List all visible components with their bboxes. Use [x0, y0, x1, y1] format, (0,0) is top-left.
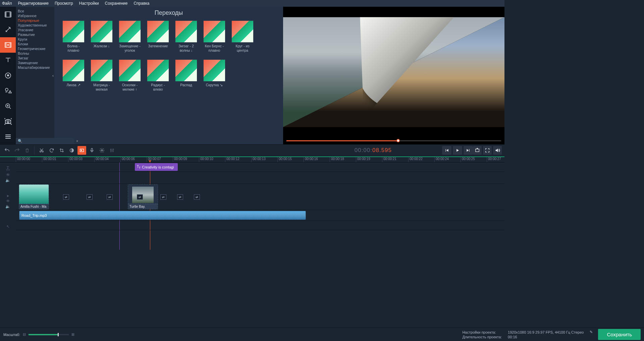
menu-settings[interactable]: Настройки — [79, 1, 99, 6]
category-item[interactable]: Избранное — [16, 13, 54, 18]
preview-panel — [283, 7, 504, 144]
category-item[interactable]: Все — [16, 9, 54, 13]
video-track[interactable]: ▸ 👁 🔈 Amilla Fushi - MaTurtle Bay.⇄⇄⇄⇄⇄⇄… — [16, 184, 504, 210]
menu-save[interactable]: Сохранение — [105, 1, 128, 6]
transitions-tool[interactable] — [0, 37, 16, 53]
thumb-image — [203, 59, 225, 82]
video-visibility-icon[interactable]: 👁 — [6, 199, 10, 203]
category-item[interactable]: Масштабирование — [16, 65, 54, 70]
search-input[interactable] — [24, 138, 74, 144]
ruler-tick: 00:00:04 — [94, 157, 120, 162]
time-ruler[interactable]: 00:00:0000:00:0100:00:0300:00:0400:00:06… — [0, 157, 504, 162]
spare-track[interactable]: ↖ — [16, 221, 504, 230]
category-item[interactable]: Художественные — [16, 23, 54, 28]
color-button[interactable] — [67, 146, 76, 155]
menu-help[interactable]: Справка — [133, 1, 149, 6]
transition-marker[interactable]: ⇄ — [63, 194, 69, 200]
transition-thumb[interactable]: Волна - плавно — [62, 20, 85, 53]
transition-thumb[interactable]: Зигзаг - 2 волны ↓ — [175, 20, 197, 53]
svg-point-5 — [7, 121, 9, 123]
overlay-visibility-icon[interactable]: 👁 — [6, 173, 10, 177]
preview-scrubber[interactable] — [286, 139, 501, 142]
category-item[interactable]: Угасание — [16, 28, 54, 32]
thumb-label: Волна - плавно — [62, 44, 85, 53]
category-item[interactable]: Зигзаг — [16, 56, 54, 60]
transition-wizard-button[interactable] — [77, 146, 86, 155]
category-item[interactable]: Волны — [16, 51, 54, 56]
shapes-tool[interactable] — [0, 83, 16, 99]
audio-track[interactable]: Road_Trip.mp3 — [16, 210, 504, 221]
capture-tool[interactable] — [0, 114, 16, 129]
ruler-tick: 00:00:06 — [120, 157, 147, 162]
ruler-tick: 00:00:22 — [408, 157, 434, 162]
transition-thumb[interactable]: Матрица - мелкая — [91, 59, 113, 92]
transition-marker[interactable]: ⇄ — [137, 194, 143, 200]
transition-marker[interactable]: ⇄ — [160, 194, 166, 200]
panel-title: Переходы — [54, 7, 283, 19]
thumb-label: Радиус - влево — [147, 83, 169, 92]
clear-search-icon[interactable]: × — [74, 138, 80, 144]
transition-marker[interactable]: ⇄ — [87, 194, 93, 200]
audio-clip[interactable]: Road_Trip.mp3 — [19, 211, 306, 220]
category-item[interactable]: Размытие — [16, 32, 54, 37]
list-tool[interactable] — [0, 129, 16, 145]
media-tool[interactable] — [0, 7, 16, 22]
overlay-mute-icon[interactable]: 🔈 — [6, 178, 10, 182]
thumb-label: Осколки - мелкие ↑ — [119, 83, 141, 92]
record-voice-button[interactable] — [88, 146, 96, 155]
delete-button[interactable] — [23, 146, 32, 155]
transition-thumb[interactable]: Распад — [175, 59, 197, 92]
video-track-icon: ▸ — [6, 194, 10, 198]
transition-marker[interactable]: ⇄ — [107, 194, 113, 200]
zoom-tool[interactable] — [0, 98, 16, 114]
transition-thumb[interactable]: Замещение - уголок — [119, 20, 141, 53]
category-item[interactable]: Геометрические — [16, 46, 54, 51]
undo-button[interactable] — [3, 146, 11, 155]
category-item[interactable]: Блоки — [16, 42, 54, 46]
category-item[interactable]: Популярные — [16, 18, 54, 23]
cut-button[interactable] — [37, 146, 46, 155]
fullscreen-button[interactable] — [483, 146, 492, 155]
thumb-label: Зигзаг - 2 волны ↓ — [175, 44, 197, 53]
video-clip[interactable]: Turtle Bay. — [128, 185, 158, 209]
titles-tool[interactable] — [0, 53, 16, 68]
equalizer-button[interactable] — [108, 146, 116, 155]
clip-properties-button[interactable] — [98, 146, 106, 155]
video-mute-icon[interactable]: 🔈 — [6, 204, 10, 208]
transition-thumb[interactable]: Линза ↗ — [62, 59, 85, 92]
overlay-track[interactable]: ▭ 👁 🔈 — [16, 172, 504, 184]
export-frame-button[interactable] — [473, 146, 482, 155]
collapse-categories-icon[interactable]: ‹ — [52, 71, 54, 80]
svg-point-3 — [5, 88, 8, 91]
menu-file[interactable]: Файл — [2, 1, 12, 6]
filters-tool[interactable] — [0, 22, 16, 38]
next-button[interactable] — [464, 146, 473, 155]
video-clip[interactable]: Amilla Fushi - Ma — [19, 185, 49, 209]
menu-view[interactable]: Просмотр — [55, 1, 73, 6]
volume-button[interactable] — [493, 146, 502, 155]
menu-edit[interactable]: Редактирование — [18, 1, 49, 6]
transition-thumb[interactable]: Осколки - мелкие ↑ — [119, 59, 141, 92]
transition-thumb[interactable]: Жалюзи ↓ — [91, 20, 113, 53]
transition-marker[interactable]: ⇄ — [177, 194, 183, 200]
prev-button[interactable] — [442, 146, 451, 155]
redo-button[interactable] — [13, 146, 21, 155]
stickers-tool[interactable] — [0, 68, 16, 83]
category-item[interactable]: Круги — [16, 37, 54, 42]
svg-rect-11 — [91, 148, 93, 151]
transition-thumb[interactable]: Кен Бернс - плавно — [203, 20, 225, 53]
svg-point-12 — [101, 150, 103, 151]
play-button[interactable] — [453, 146, 462, 155]
thumb-image — [119, 59, 141, 82]
transition-thumb[interactable]: Затемнение — [147, 20, 169, 53]
transition-marker[interactable]: ⇄ — [194, 194, 200, 200]
transition-thumb[interactable]: Радиус - влево — [147, 59, 169, 92]
title-clip[interactable]: TT Creativity is contagi — [135, 163, 178, 171]
titles-track[interactable]: T TT Creativity is contagi — [16, 162, 504, 172]
crop-button[interactable] — [57, 146, 66, 155]
transition-thumb[interactable]: Скрутка ↘ — [203, 59, 225, 92]
preview-canvas[interactable] — [283, 7, 504, 138]
transition-thumb[interactable]: Круг - из центра — [231, 20, 254, 53]
rotate-button[interactable] — [47, 146, 56, 155]
category-item[interactable]: Замещение — [16, 60, 54, 65]
